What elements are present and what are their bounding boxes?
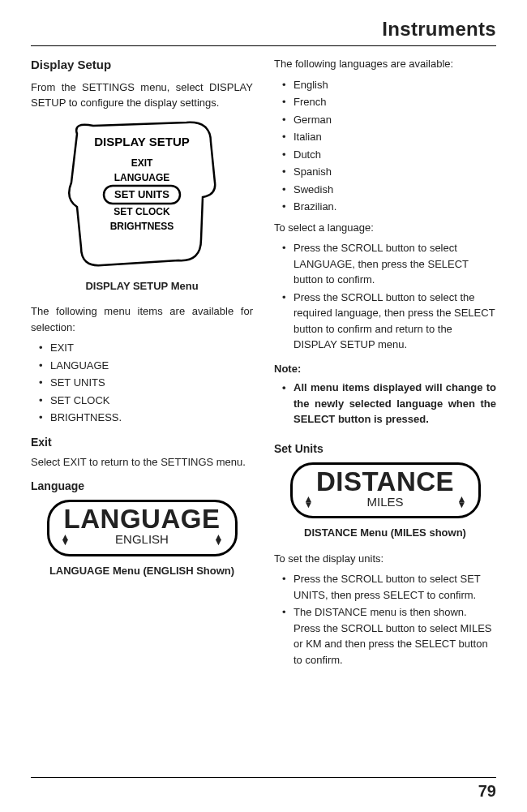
- note-list: All menu items displayed will change to …: [274, 380, 496, 427]
- languages-list: English French German Italian Dutch Span…: [274, 77, 496, 215]
- set-units-steps: Press the SCROLL button to select SET UN…: [274, 571, 496, 668]
- list-item: SET UNITS: [42, 375, 253, 391]
- fig-title: DISPLAY SETUP: [94, 135, 190, 148]
- list-item: Swedish: [285, 182, 496, 198]
- list-item: English: [285, 77, 496, 93]
- up-down-arrows-icon: ▲▼: [214, 535, 224, 545]
- list-item: Dutch: [285, 147, 496, 163]
- figure-display-setup: DISPLAY SETUP EXIT LANGUAGE SET UNITS SE…: [31, 118, 253, 272]
- page-number: 79: [478, 782, 496, 801]
- display-setup-intro: From the SETTINGS menu, select DISPLAY S…: [31, 79, 253, 111]
- pill-big-label: LANGUAGE: [64, 505, 221, 532]
- exit-text: Select EXIT to return to the SETTINGS me…: [31, 454, 253, 470]
- pill-small-label: ENGLISH: [115, 531, 169, 549]
- select-language-steps: Press the SCROLL button to select LANGUA…: [274, 240, 496, 353]
- list-item: BRIGHTNESS.: [42, 410, 253, 426]
- heading-display-setup: Display Setup: [31, 56, 253, 75]
- up-down-arrows-icon: ▲▼: [304, 496, 314, 507]
- figure-language-menu: LANGUAGE ▲▼ ENGLISH ▲▼: [31, 500, 253, 556]
- heading-language: Language: [31, 478, 253, 495]
- list-item: SET CLOCK: [42, 393, 253, 409]
- caption-language-menu: LANGUAGE Menu (ENGLISH Shown): [31, 563, 253, 579]
- pill-small-label: MILES: [366, 493, 403, 512]
- list-item: Spanish: [285, 164, 496, 180]
- up-down-arrows-icon: ▲▼: [457, 496, 467, 507]
- note-item: All menu items displayed will change to …: [285, 380, 496, 427]
- note-heading: Note:: [274, 361, 496, 377]
- list-item: Brazilian.: [285, 199, 496, 215]
- menu-items-intro: The following menu items are available f…: [31, 303, 253, 335]
- languages-intro: The following languages are available:: [274, 56, 496, 72]
- caption-distance-menu: DISTANCE Menu (MILES shown): [274, 525, 496, 541]
- fig-item-set-clock: SET CLOCK: [114, 206, 170, 217]
- caption-display-setup: DISPLAY SETUP Menu: [31, 278, 253, 294]
- list-item: Press the SCROLL button to select LANGUA…: [285, 240, 496, 288]
- right-column: The following languages are available: E…: [274, 56, 496, 672]
- list-item: Press the SCROLL button to select the re…: [285, 290, 496, 353]
- list-item: The DISTANCE menu is then shown. Press t…: [285, 604, 496, 668]
- select-language-intro: To select a language:: [274, 220, 496, 236]
- heading-exit: Exit: [31, 434, 253, 451]
- fig-item-exit: EXIT: [131, 157, 153, 169]
- list-item: German: [285, 112, 496, 128]
- list-item: LANGUAGE: [42, 358, 253, 374]
- page-title: Instruments: [31, 18, 496, 41]
- menu-items-list: EXIT LANGUAGE SET UNITS SET CLOCK BRIGHT…: [31, 340, 253, 426]
- left-column: Display Setup From the SETTINGS menu, se…: [31, 56, 253, 672]
- list-item: French: [285, 94, 496, 110]
- footer-rule: [31, 777, 496, 778]
- fig-item-set-units: SET UNITS: [114, 188, 169, 200]
- pill-big-label: DISTANCE: [316, 468, 454, 495]
- set-units-intro: To set the display units:: [274, 551, 496, 567]
- up-down-arrows-icon: ▲▼: [61, 535, 71, 545]
- fig-item-language: LANGUAGE: [114, 172, 170, 183]
- fig-item-brightness: BRIGHTNESS: [110, 221, 174, 232]
- list-item: EXIT: [42, 340, 253, 356]
- figure-distance-menu: DISTANCE ▲▼ MILES ▲▼: [274, 462, 496, 519]
- list-item: Italian: [285, 129, 496, 145]
- heading-set-units: Set Units: [274, 440, 496, 458]
- list-item: Press the SCROLL button to select SET UN…: [285, 571, 496, 603]
- title-rule: [31, 45, 496, 46]
